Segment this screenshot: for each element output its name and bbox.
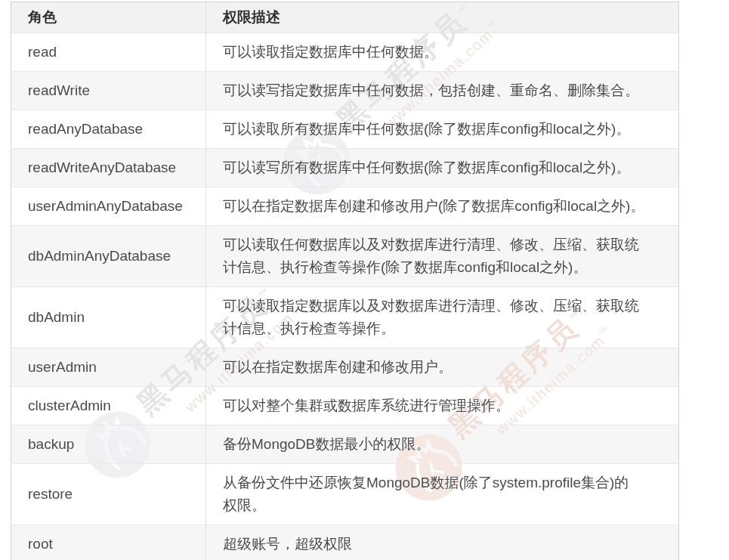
desc-cell: 可以在指定数据库创建和修改用户(除了数据库config和local之外)。 — [206, 187, 679, 226]
table-row: root 超级账号，超级权限 — [11, 525, 679, 560]
table-header-row: 角色 权限描述 — [11, 2, 679, 33]
desc-cell: 可以读写指定数据库中任何数据，包括创建、重命名、删除集合。 — [206, 72, 679, 110]
table-row: readWriteAnyDatabase 可以读写所有数据库中任何数据(除了数据… — [11, 149, 679, 187]
role-cell: root — [11, 525, 206, 560]
table-row: userAdminAnyDatabase 可以在指定数据库创建和修改用户(除了数… — [11, 187, 679, 226]
desc-cell: 可以读取指定数据库中任何数据。 — [206, 33, 679, 72]
desc-cell: 从备份文件中还原恢复MongoDB数据(除了system.profile集合)的… — [206, 464, 679, 525]
desc-cell: 可以读写所有数据库中任何数据(除了数据库config和local之外)。 — [206, 149, 679, 187]
role-cell: readWrite — [11, 72, 206, 110]
desc-cell: 备份MongoDB数据最小的权限。 — [206, 425, 679, 464]
table-row: dbAdmin 可以读取指定数据库以及对数据库进行清理、修改、压缩、获取统 计信… — [11, 287, 679, 348]
table-row: read 可以读取指定数据库中任何数据。 — [11, 33, 679, 72]
role-cell: read — [11, 33, 206, 72]
role-cell: userAdmin — [11, 348, 206, 387]
role-cell: dbAdminAnyDatabase — [11, 226, 206, 287]
desc-cell: 可以读取指定数据库以及对数据库进行清理、修改、压缩、获取统 计信息、执行检查等操… — [206, 287, 679, 348]
desc-cell: 可以在指定数据库创建和修改用户。 — [206, 348, 679, 387]
table-row: backup 备份MongoDB数据最小的权限。 — [11, 425, 679, 464]
table-header-desc: 权限描述 — [206, 2, 679, 33]
role-cell: userAdminAnyDatabase — [11, 187, 206, 226]
role-cell: dbAdmin — [11, 287, 206, 348]
role-cell: readWriteAnyDatabase — [11, 149, 206, 187]
role-cell: restore — [11, 464, 206, 525]
table-row: clusterAdmin 可以对整个集群或数据库系统进行管理操作。 — [11, 387, 679, 425]
desc-cell: 可以读取所有数据库中任何数据(除了数据库config和local之外)。 — [206, 110, 679, 149]
table-row: userAdmin 可以在指定数据库创建和修改用户。 — [11, 348, 679, 387]
table-header-role: 角色 — [11, 2, 206, 33]
mongodb-roles-table: 角色 权限描述 read 可以读取指定数据库中任何数据。 readWrite 可… — [11, 2, 679, 560]
role-cell: readAnyDatabase — [11, 110, 206, 149]
table-row: restore 从备份文件中还原恢复MongoDB数据(除了system.pro… — [11, 464, 679, 525]
document-page: 黑马程序员™ www.itheima.com™ 黑马程序员™ www.ithei… — [0, 0, 729, 560]
role-cell: backup — [11, 425, 206, 464]
role-cell: clusterAdmin — [11, 387, 206, 425]
desc-cell: 超级账号，超级权限 — [206, 525, 679, 560]
desc-cell: 可以对整个集群或数据库系统进行管理操作。 — [206, 387, 679, 425]
table-row: readAnyDatabase 可以读取所有数据库中任何数据(除了数据库conf… — [11, 110, 679, 149]
table-row: readWrite 可以读写指定数据库中任何数据，包括创建、重命名、删除集合。 — [11, 72, 679, 110]
desc-cell: 可以读取任何数据库以及对数据库进行清理、修改、压缩、获取统 计信息、执行检查等操… — [206, 226, 679, 287]
table-row: dbAdminAnyDatabase 可以读取任何数据库以及对数据库进行清理、修… — [11, 226, 679, 287]
